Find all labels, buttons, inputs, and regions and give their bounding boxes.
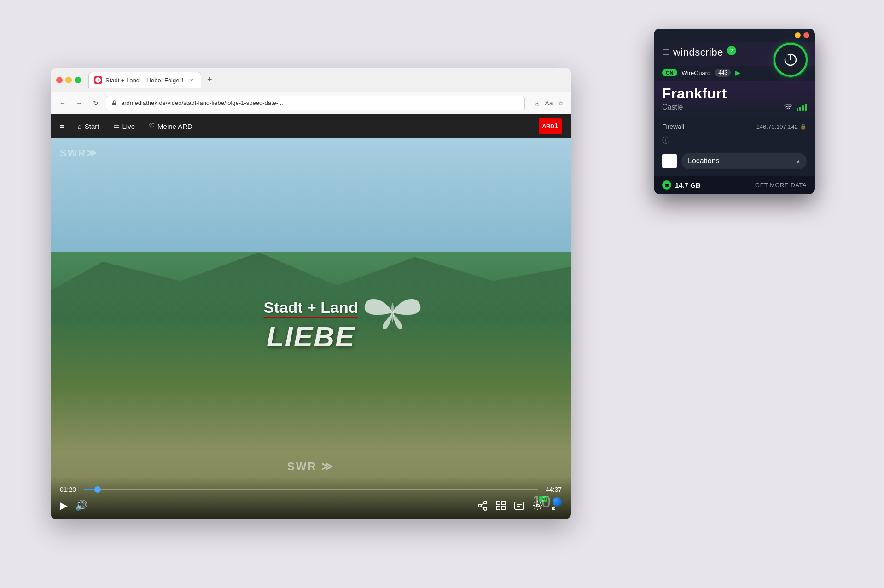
svg-point-6 xyxy=(484,507,487,510)
svg-line-8 xyxy=(481,503,484,505)
subtitle-icon xyxy=(514,500,525,511)
ard-logo: ARD1 xyxy=(539,118,562,134)
cast-icon[interactable]: ⎘ xyxy=(532,98,541,108)
progress-fill xyxy=(84,489,98,490)
windscribe-titlebar xyxy=(654,29,815,42)
tab-bar: i Stadt + Land = Liebe: Folge 1 ✕ + xyxy=(88,72,565,88)
ws-minimize-button[interactable] xyxy=(795,32,801,38)
ard-meine-link[interactable]: ♡ Meine ARD xyxy=(149,122,192,130)
close-button[interactable] xyxy=(56,77,63,83)
ws-server-name: Castle xyxy=(662,103,683,111)
chevron-down-icon: ∨ xyxy=(796,157,800,165)
chapters-button[interactable] xyxy=(495,500,506,511)
maximize-button[interactable] xyxy=(75,77,81,83)
video-background: SWR≫ Stadt + Land LIEBE xyxy=(51,138,571,519)
controls-row: ▶ 🔊 xyxy=(60,500,562,512)
heart-icon: ♡ xyxy=(149,122,155,130)
bookmark-icon[interactable]: ☆ xyxy=(556,98,565,108)
svg-rect-9 xyxy=(497,502,500,505)
svg-point-5 xyxy=(478,504,481,507)
subtitle-button[interactable] xyxy=(514,500,525,511)
get-more-data-button[interactable]: GET MORE DATA xyxy=(755,182,807,189)
browser-tab-active[interactable]: i Stadt + Land = Liebe: Folge 1 ✕ xyxy=(88,72,201,88)
back-button[interactable]: ← xyxy=(56,97,69,110)
windscribe-header: ☰ windscribe 2 xyxy=(654,42,815,66)
ws-data-amount: 14.7 GB xyxy=(675,181,701,189)
ard-menu-button[interactable]: ≡ xyxy=(60,122,64,130)
secure-icon xyxy=(111,100,117,106)
address-bar[interactable]: ardmediathek.de/video/stadt-land-liebe/f… xyxy=(106,96,525,110)
channel-bug: 10 xyxy=(532,492,562,512)
windscribe-menu-icon[interactable]: ☰ xyxy=(662,47,669,58)
wifi-icon xyxy=(784,104,793,111)
windscribe-footer: ◉ 14.7 GB GET MORE DATA xyxy=(654,176,815,194)
channel-dot xyxy=(552,497,562,507)
ws-server-row: Castle xyxy=(662,103,807,111)
svg-rect-10 xyxy=(502,502,505,505)
ws-data-icon: ◉ xyxy=(662,180,671,190)
windscribe-actions-row: Locations ∨ xyxy=(654,149,815,176)
windscribe-popup: ☰ windscribe 2 ON WireGuard 443 ▶ Frankf… xyxy=(654,29,815,194)
volume-icon: 🔊 xyxy=(75,500,87,512)
screen-icon: ▭ xyxy=(113,122,120,130)
locations-button[interactable]: Locations ∨ xyxy=(681,153,807,169)
progress-track[interactable] xyxy=(84,489,538,490)
ws-close-button[interactable] xyxy=(803,32,809,38)
ws-info-row: ⓘ xyxy=(654,135,815,149)
video-controls: 01:20 44:37 ▶ 🔊 xyxy=(51,477,571,519)
svg-rect-2 xyxy=(112,103,116,105)
ws-data-info: ◉ 14.7 GB xyxy=(662,180,701,190)
new-tab-button[interactable]: + xyxy=(203,74,216,86)
traffic-lights xyxy=(56,77,81,83)
url-text: ardmediathek.de/video/stadt-land-liebe/f… xyxy=(121,99,283,106)
ard-start-link[interactable]: ⌂ Start xyxy=(78,122,99,130)
video-player[interactable]: SWR≫ Stadt + Land LIEBE xyxy=(51,138,571,519)
ws-signal-icons xyxy=(784,104,807,111)
browser-toolbar: ← → ↻ ardmediathek.de/video/stadt-land-l… xyxy=(51,92,571,114)
lock-icon: 🔒 xyxy=(800,123,807,130)
svg-text:i: i xyxy=(98,79,99,82)
power-icon xyxy=(783,52,798,67)
ard-navigation: ≡ ⌂ Start ▭ Live ♡ Meine ARD ARD1 xyxy=(51,114,571,138)
ws-on-badge: ON xyxy=(662,69,677,76)
ws-arrow-icon: ▶ xyxy=(735,69,740,76)
progress-thumb xyxy=(94,486,101,493)
windscribe-logo-area: ☰ windscribe 2 xyxy=(662,46,736,58)
share-icon xyxy=(477,500,488,511)
windscribe-version-badge: 2 xyxy=(727,46,736,55)
swr-watermark: SWR≫ xyxy=(60,147,98,159)
tab-close-button[interactable]: ✕ xyxy=(188,76,195,84)
address-icons: ⎘ Aa ☆ xyxy=(532,98,565,108)
translate-icon[interactable]: Aa xyxy=(544,98,553,108)
ws-ip-address: 146.70.107.142 xyxy=(756,123,798,130)
ws-port: 443 xyxy=(715,69,731,77)
progress-bar-container: 01:20 44:37 xyxy=(60,486,562,493)
tab-favicon: i xyxy=(94,76,102,84)
volume-button[interactable]: 🔊 xyxy=(75,500,87,512)
ws-color-swatch[interactable] xyxy=(662,154,677,168)
share-button[interactable] xyxy=(477,500,488,511)
signal-bars-icon xyxy=(797,104,807,111)
ws-firewall-label: Firewall xyxy=(662,123,684,130)
windscribe-logo-text: windscribe xyxy=(673,46,723,58)
forward-button[interactable]: → xyxy=(73,97,86,110)
svg-rect-12 xyxy=(502,507,505,510)
reload-button[interactable]: ↻ xyxy=(89,97,102,110)
browser-window: i Stadt + Land = Liebe: Folge 1 ✕ + ← → … xyxy=(51,68,571,519)
windscribe-firewall-row: Firewall 146.70.107.142 🔒 xyxy=(654,118,815,135)
windscribe-power-button[interactable] xyxy=(774,43,808,77)
ws-locations-label: Locations xyxy=(688,157,720,165)
browser-titlebar: i Stadt + Land = Liebe: Folge 1 ✕ + xyxy=(51,68,571,92)
svg-rect-11 xyxy=(497,507,500,510)
info-icon: ⓘ xyxy=(662,136,669,144)
current-time: 01:20 xyxy=(60,486,78,493)
svg-rect-13 xyxy=(515,502,524,509)
play-button[interactable]: ▶ xyxy=(60,500,68,512)
ard-live-link[interactable]: ▭ Live xyxy=(113,122,135,130)
ws-city: Frankfurt xyxy=(662,85,807,102)
ws-protocol: WireGuard xyxy=(682,69,711,76)
minimize-button[interactable] xyxy=(65,77,72,83)
svg-line-7 xyxy=(481,507,484,508)
windscribe-location: Frankfurt Castle xyxy=(654,81,815,118)
grid-icon xyxy=(495,500,506,511)
